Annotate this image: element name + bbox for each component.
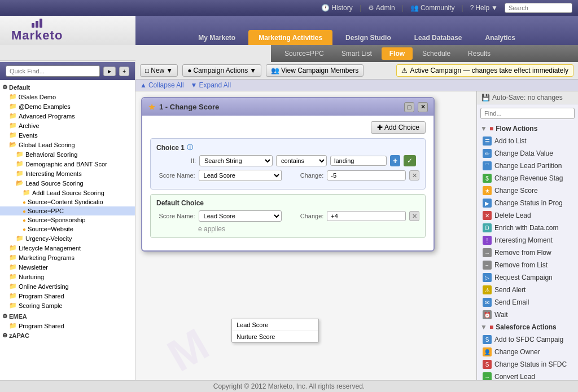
action-change-owner[interactable]: 👤 Change Owner [479, 346, 576, 358]
subtab-source-ppc[interactable]: Source=PPC [277, 47, 332, 60]
default-score-name-select[interactable]: Lead Score Nurture Score [199, 210, 282, 222]
action-interesting-moment[interactable]: ! Interesting Moment [479, 234, 576, 246]
add-condition-button[interactable]: + [390, 155, 400, 166]
sidebar-item-source-website[interactable]: ● Source=Website [0, 224, 135, 234]
action-change-revenue-stage[interactable]: $ Change Revenue Stag [479, 172, 576, 184]
sidebar-item-newsletter[interactable]: 📁 Newsletter [0, 262, 135, 272]
score-name-select[interactable]: Lead Score Nurture Score [199, 170, 282, 181]
search-button[interactable]: ► [103, 67, 116, 76]
sidebar-item-default[interactable]: ⊕ Default [0, 82, 135, 92]
action-change-data-value[interactable]: ✏ Change Data Value [479, 147, 576, 160]
history-link[interactable]: 🕐 History [321, 4, 352, 12]
admin-link[interactable]: ⚙ Admin [368, 4, 395, 12]
sidebar-item-source-ppc[interactable]: ● Source=PPC [0, 206, 135, 215]
community-link[interactable]: 👥 Community [410, 4, 455, 12]
quick-find-input[interactable] [6, 65, 100, 77]
remove-row-button[interactable]: ✕ [409, 170, 419, 180]
tab-marketing-activities[interactable]: Marketing Activities [248, 30, 332, 45]
change-score-dialog: ★ 1 - Change Score □ ✕ ✚ Add Choice [141, 97, 435, 252]
default-change-input[interactable] [327, 211, 406, 221]
status-icon: ▶ [483, 199, 492, 208]
action-change-status-sfdc[interactable]: S Change Status in SFDC [479, 358, 576, 371]
action-enrich-data[interactable]: D Enrich with Data.com [479, 222, 576, 234]
default-remove-button[interactable]: ✕ [409, 211, 419, 221]
action-send-alert[interactable]: ⚠ Send Alert [479, 284, 576, 296]
new-button[interactable]: □ New ▼ [140, 64, 178, 77]
expand-all-button[interactable]: ▼ Expand All [191, 81, 231, 89]
sidebar-item-events[interactable]: 📁 Events [0, 130, 135, 140]
subtab-flow[interactable]: Flow [382, 47, 413, 60]
view-campaign-members-button[interactable]: 👥 View Campaign Members [266, 64, 364, 77]
sidebar-item-scoring-sample[interactable]: 📁 Scoring Sample [0, 301, 135, 310]
action-remove-from-flow[interactable]: → Remove from Flow [479, 246, 576, 259]
field-select[interactable]: Search String Lead Score [199, 155, 273, 166]
sidebar-item-online-advertising[interactable]: 📁 Online Advertising [0, 281, 135, 291]
dialog-header: ★ 1 - Change Score □ ✕ [142, 98, 434, 116]
search-value-input[interactable] [330, 156, 387, 166]
action-change-score[interactable]: ★ Change Score [479, 184, 576, 197]
dialog-resize-button[interactable]: □ [404, 102, 414, 112]
action-send-email[interactable]: ✉ Send Email [479, 296, 576, 309]
sidebar-item-interesting-moments[interactable]: 📁 Interesting Moments [0, 169, 135, 178]
sidebar-item-global-lead-scoring[interactable]: 📂 Global Lead Scoring [0, 140, 135, 149]
sidebar-item-emea[interactable]: ⊕ EMEA [0, 311, 135, 321]
sidebar-item-lead-source-scoring[interactable]: 📂 Lead Source Scoring [0, 178, 135, 188]
remove-list-icon: − [483, 261, 492, 270]
sidebar-item-program-shared[interactable]: 📁 Program Shared [0, 291, 135, 301]
dropdown-item-nurture-score[interactable]: Nurture Score [232, 331, 318, 342]
sidebar-item-nurturing[interactable]: 📁 Nurturing [0, 272, 135, 281]
flow-actions-header[interactable]: ▼ ■ Flow Actions [479, 122, 576, 135]
sidebar-item-urgency-velocity[interactable]: 📁 Urgency-Velocity [0, 234, 135, 243]
action-wait[interactable]: ⏰ Wait [479, 309, 576, 321]
autosave-icon: 💾 [481, 94, 490, 102]
action-change-status-in-prog[interactable]: ▶ Change Status in Prog [479, 197, 576, 209]
right-actions-tree: ▼ ■ Flow Actions ☰ Add to List ✏ Change … [477, 121, 578, 392]
action-change-lead-partition[interactable]: ⎴ Change Lead Partition [479, 160, 576, 172]
sidebar-item-emea-program-shared[interactable]: 📁 Program Shared [0, 321, 135, 331]
tab-design-studio[interactable]: Design Studio [335, 30, 401, 45]
action-add-to-sfdc[interactable]: S Add to SFDC Campaig [479, 333, 576, 346]
sidebar-item-demographic[interactable]: 📁 Demographic and BANT Scor [0, 159, 135, 169]
add-choice-button[interactable]: ✚ Add Choice [371, 121, 426, 134]
subtab-schedule[interactable]: Schedule [414, 47, 458, 60]
action-add-to-list[interactable]: ☰ Add to List [479, 135, 576, 147]
sidebar-item-source-content[interactable]: ● Source=Content Syndicatio [0, 197, 135, 206]
dialog-close-button[interactable]: ✕ [418, 102, 428, 112]
sidebar-item-addl-lead-source[interactable]: 📁 Addl Lead Source Scoring [0, 188, 135, 197]
operator-select[interactable]: contains equals not contains [276, 155, 327, 166]
folder-icon: 📁 [9, 103, 17, 110]
watermark: M [159, 319, 217, 382]
global-search-input[interactable] [505, 3, 572, 13]
campaign-actions-button[interactable]: ● Campaign Actions ▼ [182, 64, 261, 77]
tab-analytics[interactable]: Analytics [475, 30, 525, 45]
partition-icon: ⎴ [483, 161, 492, 170]
collapse-all-button[interactable]: ▲ Collapse All [140, 81, 184, 89]
sidebar-item-demo-examples[interactable]: 📁 @Demo Examples [0, 102, 135, 111]
tab-my-marketo[interactable]: My Marketo [188, 30, 246, 45]
right-find-input[interactable] [480, 108, 575, 119]
new-folder-button[interactable]: + [119, 67, 129, 76]
confirm-button[interactable]: ✓ [404, 155, 416, 166]
sidebar-item-archive[interactable]: 📁 Archive [0, 121, 135, 130]
sidebar-item-marketing-programs[interactable]: 📁 Marketing Programs [0, 253, 135, 262]
choice-1-section: Choice 1 ⓘ If: Search String Lead Score [150, 138, 426, 190]
sidebar-item-0sales[interactable]: 📁 0Sales Demo [0, 92, 135, 102]
sidebar-item-lifecycle[interactable]: 📁 Lifecycle Management [0, 243, 135, 253]
tab-lead-database[interactable]: Lead Database [404, 30, 472, 45]
folder-icon: 📁 [16, 151, 24, 158]
folder-icon: 📁 [9, 322, 17, 329]
change-value-input[interactable] [327, 170, 406, 180]
action-remove-from-list[interactable]: − Remove from List [479, 259, 576, 271]
action-delete-lead[interactable]: ✕ Delete Lead [479, 209, 576, 222]
subtab-results[interactable]: Results [460, 47, 498, 60]
sidebar-item-behavioral[interactable]: 📁 Behavioral Scoring [0, 149, 135, 159]
sidebar-item-zapac[interactable]: ⊕ zAPAC [0, 331, 135, 340]
dropdown-item-lead-score[interactable]: Lead Score [232, 319, 318, 331]
action-request-campaign[interactable]: ▷ Request Campaign [479, 271, 576, 284]
sidebar-item-source-sponsorship[interactable]: ● Source=Sponsorship [0, 215, 135, 224]
sidebar-item-advanced[interactable]: 📁 Advanced Programs [0, 111, 135, 121]
salesforce-actions-header[interactable]: ▼ ■ Salesforce Actions [479, 321, 576, 333]
moment-icon: ! [483, 236, 492, 245]
help-link[interactable]: ? Help ▼ [470, 4, 498, 12]
subtab-smart-list[interactable]: Smart List [334, 47, 380, 60]
